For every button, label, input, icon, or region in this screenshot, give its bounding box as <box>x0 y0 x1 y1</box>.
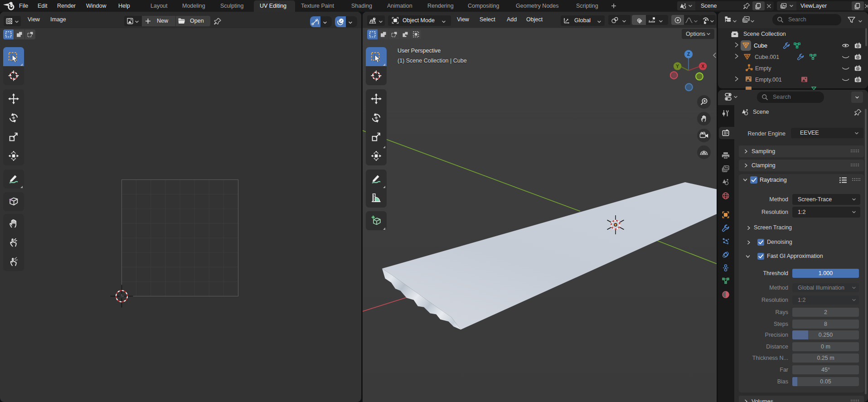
svg-text:Y: Y <box>676 64 679 69</box>
svg-text:X: X <box>701 64 704 69</box>
svg-text:Z: Z <box>687 52 690 57</box>
